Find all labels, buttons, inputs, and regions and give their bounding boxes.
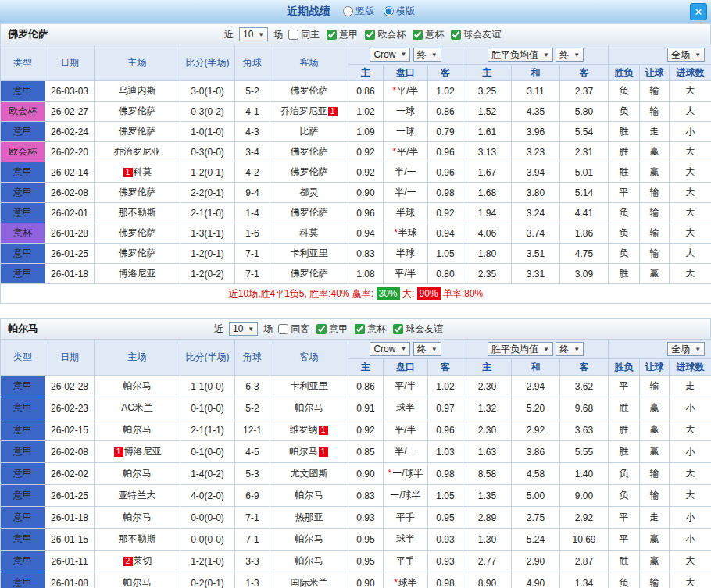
filter-checkbox-input[interactable] <box>327 30 337 40</box>
filter-checkbox-1[interactable]: 意甲 <box>316 323 348 336</box>
wdl-mean-select[interactable]: 胜平负均值▼ <box>488 48 553 62</box>
away-team[interactable]: 都灵 <box>270 183 348 203</box>
away-team[interactable]: 热那亚 <box>270 507 348 529</box>
home-team[interactable]: 那不勒斯 <box>95 203 180 223</box>
recent-count-select[interactable]: 10▼ <box>229 322 258 336</box>
rate-badge: 30% <box>377 287 400 300</box>
away-team[interactable]: 科莫 <box>270 223 348 244</box>
result-flag: 胜 <box>609 162 640 183</box>
radio-horizontal-input[interactable] <box>384 6 394 16</box>
filter-checkbox-input[interactable] <box>316 324 327 334</box>
away-team[interactable]: 帕尔马1 <box>270 441 348 463</box>
filter-checkbox-2[interactable]: 欧会杯 <box>365 28 406 41</box>
league-badge: 意杯 <box>1 223 45 244</box>
home-team[interactable]: 帕尔马 <box>95 419 180 441</box>
away-team[interactable]: 佛罗伦萨 <box>270 142 348 162</box>
radio-vertical-input[interactable] <box>343 6 353 16</box>
handicap-result-flag: 输 <box>640 203 670 223</box>
close-button[interactable]: ✕ <box>690 3 707 20</box>
layout-radio-horizontal[interactable]: 横版 <box>384 5 415 18</box>
filter-checkbox-2[interactable]: 意杯 <box>355 323 386 336</box>
away-team[interactable]: 佛罗伦萨 <box>270 81 348 102</box>
filter-checkbox-input[interactable] <box>393 324 403 334</box>
handicap: 一球 <box>384 122 428 142</box>
away-team[interactable]: 比萨 <box>270 122 348 142</box>
col-score: 比分(半场) <box>180 45 235 81</box>
away-team[interactable]: 帕尔马 <box>270 485 348 507</box>
away-team[interactable]: 佛罗伦萨 <box>270 162 348 183</box>
away-team[interactable]: 佛罗伦萨 <box>270 264 348 284</box>
away-team[interactable]: 国际米兰 <box>270 572 348 588</box>
filter-checkbox-input[interactable] <box>278 324 288 334</box>
home-team[interactable]: 帕尔马 <box>95 507 180 529</box>
odds-away: 0.93 <box>428 551 463 572</box>
mean-home-odds: 2.35 <box>463 264 512 284</box>
away-team[interactable]: 乔治罗尼亚1 <box>270 102 348 122</box>
col-mean-draw: 和 <box>512 359 560 376</box>
result-flag: 胜 <box>609 397 640 419</box>
home-team[interactable]: 那不勒斯 <box>95 529 180 551</box>
summary-stats: 近10场,胜4平1负5, 胜率:40% 赢率: 30% 大: 90% 单率:80… <box>1 284 711 304</box>
away-team[interactable]: 佛罗伦萨 <box>270 203 348 223</box>
match-row: 欧会杯 26-02-20 乔治罗尼亚 0-3(0-0) 3-4 佛罗伦萨 0.9… <box>1 142 711 162</box>
home-team[interactable]: 乌迪内斯 <box>95 81 180 102</box>
away-team[interactable]: 维罗纳1 <box>270 419 348 441</box>
filter-checkbox-input[interactable] <box>365 30 375 40</box>
recent-count-select[interactable]: 10▼ <box>239 27 268 41</box>
away-team[interactable]: 帕尔马 <box>270 397 348 419</box>
period-select[interactable]: 全场▼ <box>667 342 705 356</box>
away-team[interactable]: 卡利亚里 <box>270 244 348 264</box>
wdl-time-select[interactable]: 终▼ <box>556 342 584 356</box>
away-team[interactable]: 帕尔马 <box>270 551 348 572</box>
home-team[interactable]: 佛罗伦萨 <box>95 183 180 203</box>
mean-away-odds: 5.55 <box>560 441 609 463</box>
away-team[interactable]: 尤文图斯 <box>270 463 348 485</box>
home-team[interactable]: 帕尔马 <box>95 376 180 397</box>
away-team[interactable]: 帕尔马 <box>270 529 348 551</box>
odds-company-select[interactable]: Crow▼ <box>370 342 410 356</box>
filter-checkbox-input[interactable] <box>355 324 365 334</box>
filter-checkbox-input[interactable] <box>451 30 461 40</box>
score: 0-1(0-0) <box>180 441 235 463</box>
corner-score: 6-9 <box>235 485 270 507</box>
home-team[interactable]: 乔治罗尼亚 <box>95 142 180 162</box>
filter-checkbox-input[interactable] <box>413 30 423 40</box>
filter-checkbox-input[interactable] <box>288 30 298 40</box>
filter-checkbox-0[interactable]: 同主 <box>288 28 320 41</box>
filter-checkbox-3[interactable]: 意杯 <box>413 28 444 41</box>
wdl-mean-select[interactable]: 胜平负均值▼ <box>488 342 553 356</box>
goals-flag: 小 <box>670 507 711 529</box>
wdl-time-select[interactable]: 终▼ <box>556 48 584 62</box>
home-team[interactable]: 佛罗伦萨 <box>95 102 180 122</box>
home-team[interactable]: AC米兰 <box>95 397 180 419</box>
filter-checkbox-4[interactable]: 球会友谊 <box>451 28 501 41</box>
period-select[interactable]: 全场▼ <box>667 48 705 62</box>
home-team[interactable]: 佛罗伦萨 <box>95 244 180 264</box>
filters-bar: 近 10▼ 场 同主意甲欧会杯意杯球会友谊 <box>224 27 501 41</box>
mean-home-odds: 1.35 <box>463 485 512 507</box>
filter-checkbox-0[interactable]: 同客 <box>278 323 309 336</box>
home-team[interactable]: 佛罗伦萨 <box>95 223 180 244</box>
red-card-badge: 1 <box>328 107 338 116</box>
odds-company-select[interactable]: Crow▼ <box>370 48 410 62</box>
home-team[interactable]: 亚特兰大 <box>95 485 180 507</box>
odds-time-select[interactable]: 终▼ <box>413 48 441 62</box>
team-name: 乔治罗尼亚 <box>280 105 327 116</box>
mean-away-odds: 5.54 <box>560 122 609 142</box>
mean-home-odds: 2.77 <box>463 551 512 572</box>
odds-time-select[interactable]: 终▼ <box>413 342 441 356</box>
handicap-result-flag: 赢 <box>640 397 670 419</box>
goals-flag: 小 <box>670 441 711 463</box>
filter-checkbox-1[interactable]: 意甲 <box>327 28 358 41</box>
home-team[interactable]: 帕尔马 <box>95 572 180 588</box>
home-team[interactable]: 佛罗伦萨 <box>95 122 180 142</box>
home-team[interactable]: 2莱切 <box>95 551 180 572</box>
home-team[interactable]: 帕尔马 <box>95 463 180 485</box>
home-team[interactable]: 博洛尼亚 <box>95 264 180 284</box>
home-team[interactable]: 1科莫 <box>95 162 180 183</box>
home-team[interactable]: 1博洛尼亚 <box>95 441 180 463</box>
odds-home: 0.86 <box>348 81 384 102</box>
layout-radio-vertical[interactable]: 竖版 <box>343 5 374 18</box>
away-team[interactable]: 卡利亚里 <box>270 376 348 397</box>
filter-checkbox-3[interactable]: 球会友谊 <box>393 323 443 336</box>
